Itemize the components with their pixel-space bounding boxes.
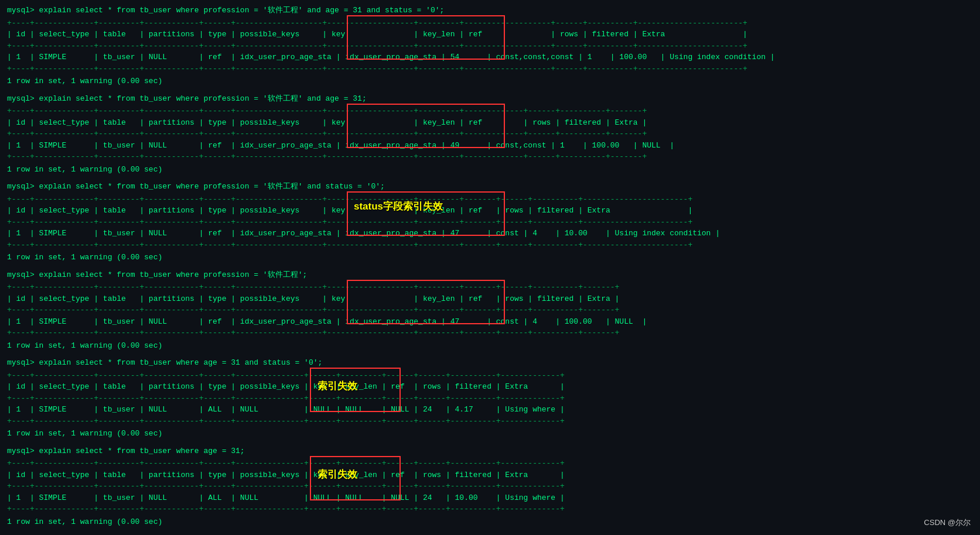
data-row-3: | 1 | SIMPLE | tb_user | NULL | ref | id… (7, 228, 973, 239)
border-mid-1: +----+-------------+---------+----------… (7, 40, 973, 52)
query-block-4: mysql> explain select * from tb_user whe… (7, 269, 973, 352)
border-bot-2: +----+-------------+---------+----------… (7, 151, 973, 163)
table-2: +----+-------------+---------+----------… (7, 105, 973, 163)
table-5: +----+-------------+---------+----------… (7, 370, 973, 427)
annotation-5: 索引失效 (317, 379, 357, 393)
border-bot-1: +----+-------------+---------+----------… (7, 63, 973, 75)
border-bot-3: +----+-------------+---------+----------… (7, 239, 973, 251)
footer-2: 1 row in set, 1 warning (0.00 sec) (7, 164, 973, 176)
border-top-1: +----+-------------+---------+----------… (7, 18, 973, 29)
query-block-5: mysql> explain select * from tb_user whe… (7, 357, 973, 440)
header-3: | id | select_type | table | partitions … (7, 205, 973, 217)
annotation-6: 索引失效 (317, 468, 357, 481)
table-4: +----+-------------+---------+----------… (7, 282, 973, 339)
header-1: | id | select_type | table | partitions … (7, 29, 973, 40)
border-mid-2: +----+-------------+---------+----------… (7, 128, 973, 140)
data-row-1: | 1 | SIMPLE | tb_user | NULL | ref | id… (7, 52, 973, 63)
footer-1: 1 row in set, 1 warning (0.00 sec) (7, 76, 973, 87)
prompt-6: mysql> explain select * from tb_user whe… (7, 445, 973, 457)
footer-4: 1 row in set, 1 warning (0.00 sec) (7, 340, 973, 352)
prompt-3: mysql> explain select * from tb_user whe… (7, 181, 973, 193)
table-1: +----+-------------+---------+----------… (7, 18, 973, 75)
border-bot-5: +----+-------------+---------+----------… (7, 416, 973, 427)
data-row-2: | 1 | SIMPLE | tb_user | NULL | ref | id… (7, 140, 973, 152)
prompt-5: mysql> explain select * from tb_user whe… (7, 357, 973, 369)
border-top-3: +----+-------------+---------+----------… (7, 194, 973, 205)
footer-3: 1 row in set, 1 warning (0.00 sec) (7, 252, 973, 263)
data-row-6: | 1 | SIMPLE | tb_user | NULL | ALL | NU… (7, 492, 973, 504)
prompt-2: mysql> explain select * from tb_user whe… (7, 93, 973, 105)
query-block-1: mysql> explain select * from tb_user whe… (7, 5, 973, 87)
footer-5: 1 row in set, 1 warning (0.00 sec) (7, 428, 973, 440)
prompt-1: mysql> explain select * from tb_user whe… (7, 5, 973, 16)
data-row-4: | 1 | SIMPLE | tb_user | NULL | ref | id… (7, 316, 973, 328)
border-top-4: +----+-------------+---------+----------… (7, 282, 973, 293)
border-mid-5: +----+-------------+---------+----------… (7, 393, 973, 404)
query-block-2: mysql> explain select * from tb_user whe… (7, 93, 973, 176)
border-mid-4: +----+-------------+---------+----------… (7, 304, 973, 316)
footer-6: 1 row in set, 1 warning (0.00 sec) (7, 516, 973, 528)
annotation-3: status字段索引失效 (354, 200, 443, 213)
border-bot-6: +----+-------------+---------+----------… (7, 503, 973, 515)
watermark: CSDN @尔尔 (924, 517, 971, 528)
query-block-3: mysql> explain select * from tb_user whe… (7, 181, 973, 263)
prompt-4: mysql> explain select * from tb_user whe… (7, 269, 973, 281)
data-row-5: | 1 | SIMPLE | tb_user | NULL | ALL | NU… (7, 404, 973, 416)
border-top-6: +----+-------------+---------+----------… (7, 458, 973, 469)
table-3: +----+-------------+---------+----------… (7, 194, 973, 251)
header-2: | id | select_type | table | partitions … (7, 117, 973, 129)
header-4: | id | select_type | table | partitions … (7, 293, 973, 305)
header-6: | id | select_type | table | partitions … (7, 469, 973, 481)
border-top-2: +----+-------------+---------+----------… (7, 105, 973, 117)
table-6: +----+-------------+---------+----------… (7, 458, 973, 515)
header-5: | id | select_type | table | partitions … (7, 381, 973, 393)
border-top-5: +----+-------------+---------+----------… (7, 370, 973, 382)
border-bot-4: +----+-------------+---------+----------… (7, 327, 973, 339)
border-mid-3: +----+-------------+---------+----------… (7, 217, 973, 228)
border-mid-6: +----+-------------+---------+----------… (7, 481, 973, 492)
query-block-6: mysql> explain select * from tb_user whe… (7, 445, 973, 528)
